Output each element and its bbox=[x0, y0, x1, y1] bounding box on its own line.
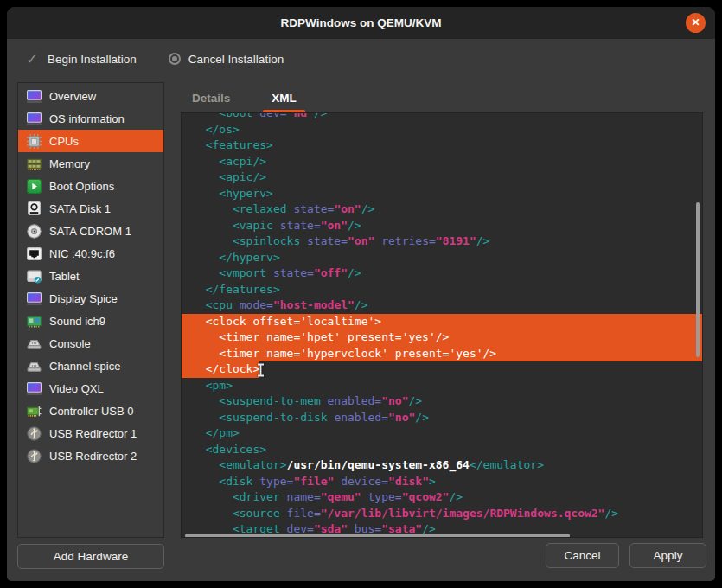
code-line: <emulator>/usr/bin/qemu-system-x86_64</e… bbox=[192, 457, 702, 474]
sidebar-item-label: USB Redirector 1 bbox=[49, 427, 137, 440]
code-line: <cpu mode="host-model"/> bbox=[192, 297, 702, 314]
tab-xml-label: XML bbox=[272, 92, 297, 105]
code-line: <pm> bbox=[192, 378, 702, 394]
xml-editor[interactable]: <boot dev='hd'/> </os> <features> <acpi/… bbox=[181, 112, 703, 538]
cancel-installation-button[interactable]: Cancel Installation bbox=[169, 53, 284, 66]
sidebar-item-label: Sound ich9 bbox=[49, 315, 105, 328]
sidebar-item-overview[interactable]: Overview bbox=[18, 85, 163, 107]
sidebar-item-video-qxl[interactable]: Video QXL bbox=[18, 377, 163, 399]
serial-port-icon bbox=[26, 358, 42, 374]
disk-icon bbox=[26, 201, 42, 216]
code-line: </disk> bbox=[192, 538, 702, 539]
sidebar-item-os-information[interactable]: OS information bbox=[18, 107, 163, 130]
code-line: </clock> bbox=[192, 361, 702, 378]
code-line: <driver name="qemu" type="qcow2"/> bbox=[192, 489, 702, 506]
code-line: <acpi/> bbox=[192, 154, 702, 170]
sidebar-item-sata-disk-1[interactable]: SATA Disk 1 bbox=[18, 197, 163, 220]
sidebar-item-boot-options[interactable]: Boot Options bbox=[18, 175, 163, 197]
cpu-icon bbox=[26, 133, 42, 149]
sidebar-item-sound-ich9[interactable]: Sound ich9 bbox=[18, 310, 163, 332]
code-line: <timer name='hypervclock' present='yes'/… bbox=[182, 346, 702, 362]
code-line: <devices> bbox=[192, 442, 702, 458]
code-line: <hyperv> bbox=[192, 186, 702, 202]
close-icon[interactable]: ✕ bbox=[686, 13, 706, 33]
sidebar-item-label: CPUs bbox=[49, 135, 79, 148]
sidebar-item-usb-redirector-1[interactable]: USB Redirector 1 bbox=[18, 422, 163, 444]
xml-code: <boot dev='hd'/> </os> <features> <acpi/… bbox=[182, 112, 702, 538]
code-line: <boot dev='hd'/> bbox=[192, 112, 702, 122]
add-hardware-button[interactable]: Add Hardware bbox=[17, 544, 164, 569]
code-line: <relaxed state="on"/> bbox=[192, 201, 702, 218]
cancel-installation-label: Cancel Installation bbox=[188, 53, 284, 66]
sidebar-item-label: Video QXL bbox=[49, 382, 104, 395]
code-line: <timer name='hpet' present='yes'/> bbox=[182, 329, 702, 346]
code-line: </pm> bbox=[192, 425, 702, 442]
titlebar: RDPWindows on QEMU/KVM ✕ bbox=[7, 7, 715, 39]
sidebar-item-memory[interactable]: Memory bbox=[18, 152, 163, 175]
tablet-icon bbox=[26, 268, 42, 284]
sidebar-item-label: Overview bbox=[49, 90, 96, 103]
serial-port-icon bbox=[26, 336, 42, 351]
sidebar-item-label: Boot Options bbox=[49, 180, 114, 193]
sidebar-list: OverviewOS informationCPUsMemoryBoot Opt… bbox=[17, 82, 164, 538]
sidebar-item-label: Memory bbox=[49, 157, 90, 170]
sidebar-item-label: USB Redirector 2 bbox=[49, 450, 137, 463]
selection-highlight: </clock> bbox=[182, 361, 259, 378]
horizontal-scrollbar[interactable] bbox=[185, 534, 570, 538]
code-line: <apic/> bbox=[192, 169, 702, 186]
boot-play-icon bbox=[26, 178, 42, 194]
sidebar-item-console[interactable]: Console bbox=[18, 332, 163, 355]
sidebar-item-display-spice[interactable]: Display Spice bbox=[18, 287, 163, 310]
begin-installation-button[interactable]: ✓ Begin Installation bbox=[24, 51, 137, 67]
checkmark-icon: ✓ bbox=[24, 51, 40, 67]
sidebar-item-label: OS information bbox=[49, 112, 125, 125]
sidebar-item-cpus[interactable]: CPUs bbox=[18, 130, 163, 152]
apply-button[interactable]: Apply bbox=[629, 543, 706, 568]
code-line: <suspend-to-disk enabled="no"/> bbox=[192, 410, 702, 426]
sidebar-item-label: NIC :40:9c:f6 bbox=[49, 247, 115, 260]
sidebar-item-tablet[interactable]: Tablet bbox=[18, 265, 163, 287]
code-line: <features> bbox=[192, 137, 702, 154]
nic-icon bbox=[26, 246, 42, 261]
sidebar-item-nic-40-9c-f6[interactable]: NIC :40:9c:f6 bbox=[18, 242, 163, 265]
toolbar: ✓ Begin Installation Cancel Installation bbox=[7, 39, 715, 79]
begin-installation-label: Begin Installation bbox=[48, 53, 137, 66]
tab-bar: Details XML bbox=[181, 86, 305, 112]
monitor-icon bbox=[26, 380, 42, 396]
vertical-scrollbar[interactable] bbox=[696, 202, 700, 357]
sidebar-item-label: SATA Disk 1 bbox=[49, 202, 111, 215]
sound-card-icon bbox=[26, 313, 42, 329]
cancel-button[interactable]: Cancel bbox=[546, 543, 619, 568]
sidebar-item-label: Tablet bbox=[49, 270, 80, 283]
code-line: <source file="/var/lib/libvirt/images/RD… bbox=[192, 506, 702, 522]
code-line: </features> bbox=[192, 282, 702, 298]
code-line: </os> bbox=[192, 122, 702, 138]
sidebar-item-channel-spice[interactable]: Channel spice bbox=[18, 355, 163, 377]
text-cursor-icon bbox=[256, 363, 265, 377]
window-title: RDPWindows on QEMU/KVM bbox=[7, 7, 715, 39]
cdrom-icon bbox=[26, 223, 42, 239]
monitor-icon bbox=[26, 88, 42, 104]
usb-controller-icon bbox=[26, 403, 42, 419]
sidebar-item-label: Channel spice bbox=[49, 360, 120, 373]
cancel-installation-icon bbox=[169, 53, 181, 65]
sidebar-item-usb-redirector-2[interactable]: USB Redirector 2 bbox=[18, 444, 163, 467]
tab-xml[interactable]: XML bbox=[263, 86, 305, 112]
sidebar-item-label: Controller USB 0 bbox=[49, 405, 134, 418]
monitor-icon bbox=[26, 291, 42, 306]
code-line: </hyperv> bbox=[192, 250, 702, 266]
code-line: <spinlocks state="on" retries="8191"/> bbox=[192, 233, 702, 250]
sidebar-item-label: Display Spice bbox=[49, 292, 118, 305]
usb-icon bbox=[26, 425, 42, 441]
tab-details[interactable]: Details bbox=[183, 86, 239, 112]
code-line: <clock offset='localtime'> bbox=[182, 314, 702, 330]
code-line: <vapic state="on"/> bbox=[192, 218, 702, 234]
sidebar-item-sata-cdrom-1[interactable]: SATA CDROM 1 bbox=[18, 220, 163, 242]
code-line: <vmport state="off"/> bbox=[192, 265, 702, 282]
sidebar-item-controller-usb-0[interactable]: Controller USB 0 bbox=[18, 399, 163, 422]
sidebar-item-label: Console bbox=[49, 337, 91, 350]
usb-icon bbox=[26, 448, 42, 463]
sidebar-item-label: SATA CDROM 1 bbox=[49, 225, 131, 238]
memory-icon bbox=[26, 156, 42, 171]
code-line: <suspend-to-mem enabled="no"/> bbox=[192, 393, 702, 410]
